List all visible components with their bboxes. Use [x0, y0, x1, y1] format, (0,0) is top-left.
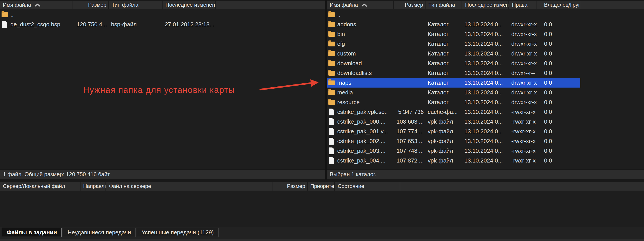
remote-file-row[interactable]: cstrike_pak_001.v... 107 774 ... vpk-фай… — [327, 126, 580, 136]
queue-separator — [0, 180, 644, 182]
file-modified-cell — [462, 10, 509, 20]
remote-file-row[interactable]: cstrike_pak_004.... 107 872 ... vpk-файл… — [327, 156, 580, 166]
queue-column-state[interactable]: Состояние — [335, 182, 400, 190]
sort-ascending-chevron-up-icon — [34, 3, 40, 7]
local-file-row[interactable]: .. — [0, 10, 216, 20]
file-name-cell: media — [327, 88, 394, 97]
file-modified-cell: 13.10.2024 0... — [462, 126, 509, 136]
file-size-cell: 108 603 ... — [394, 117, 426, 126]
file-name-cell: cfg — [327, 39, 394, 49]
file-permissions-cell: -rwxr-xr-x — [509, 146, 537, 156]
queue-tab[interactable]: Файлы в задании — [2, 228, 62, 237]
remote-file-row[interactable]: bin Каталог 13.10.2024 0... drwxr-xr-x 0… — [327, 29, 580, 39]
file-permissions-cell: drwxr-xr-x — [509, 29, 537, 39]
remote-file-row[interactable]: cstrike_pak_000.... 108 603 ... vpk-файл… — [327, 117, 580, 126]
queue-column-size[interactable]: Размер — [272, 182, 308, 190]
remote-file-row[interactable]: download Каталог 13.10.2024 0... drwxr-x… — [327, 58, 580, 68]
file-name-cell: cstrike_pak_004.... — [327, 156, 394, 166]
file-size-cell: 120 750 4... — [73, 20, 109, 29]
file-owner-cell: 0 0 — [537, 126, 580, 136]
file-owner-cell: 0 0 — [537, 97, 580, 107]
file-name-cell: resource — [327, 97, 394, 107]
remote-file-row[interactable]: custom Каталог 13.10.2024 0... drwxr-xr-… — [327, 49, 580, 58]
file-permissions-cell: drwxr-xr-x — [509, 97, 537, 107]
file-size-cell: 107 653 ... — [394, 136, 426, 146]
folder-icon — [328, 42, 335, 46]
remote-column-header-name[interactable]: Имя файла — [327, 1, 394, 9]
file-type-cell: Каталог — [426, 39, 462, 49]
queue-column-remote-file[interactable]: Файл на сервере — [106, 182, 272, 190]
file-permissions-cell: -rwxr-xr-x — [509, 107, 537, 117]
file-permissions-cell: drwxr-xr-x — [509, 20, 537, 29]
local-column-header-filler — [216, 1, 325, 9]
file-type-cell: Каталог — [426, 78, 462, 88]
remote-column-header-size[interactable]: Размер — [394, 1, 426, 9]
remote-file-row[interactable]: cstrike_pak_003.... 107 748 ... vpk-файл… — [327, 146, 580, 156]
remote-file-row[interactable]: resource Каталог 13.10.2024 0... drwxr-x… — [327, 97, 580, 107]
queue-tab[interactable]: Успешные передачи (1129) — [137, 228, 218, 237]
file-icon — [329, 128, 334, 135]
file-permissions-cell: drwxr-xr-x — [509, 88, 537, 97]
remote-column-header-type[interactable]: Тип файла — [426, 1, 462, 9]
file-size-cell — [394, 68, 426, 78]
file-name-cell: .. — [327, 10, 394, 20]
remote-file-row[interactable]: maps Каталог 13.10.2024 0... drwxr-xr-x … — [327, 78, 580, 88]
folder-icon — [328, 90, 335, 95]
file-size-cell: 107 748 ... — [394, 146, 426, 156]
remote-file-row[interactable]: addons Каталог 13.10.2024 0... drwxr-xr-… — [327, 20, 580, 29]
file-modified-cell: 13.10.2024 0... — [462, 20, 509, 29]
file-modified-cell — [162, 10, 216, 20]
remote-column-header-filler — [580, 1, 644, 9]
file-permissions-cell: -rwxr-xr-x — [509, 156, 537, 166]
file-owner-cell: 0 0 — [537, 58, 580, 68]
panel-splitter[interactable] — [325, 0, 327, 169]
file-type-cell: Каталог — [426, 29, 462, 39]
file-size-cell — [394, 78, 426, 88]
file-type-cell: vpk-файл — [426, 136, 462, 146]
file-permissions-cell: -rwxr-xr-x — [509, 136, 537, 146]
queue-tab[interactable]: Неудавшиеся передачи — [62, 228, 136, 237]
file-size-cell — [394, 58, 426, 68]
queue-column-priority[interactable]: Приорите — [308, 182, 335, 190]
file-type-cell: Каталог — [426, 68, 462, 78]
column-label: Имя файла — [3, 2, 31, 8]
file-icon — [329, 138, 334, 144]
remote-file-row[interactable]: .. — [327, 10, 580, 20]
file-owner-cell: 0 0 — [537, 49, 580, 58]
remote-file-row[interactable]: media Каталог 13.10.2024 0... drwxr-xr-x… — [327, 88, 580, 97]
queue-column-local-file[interactable]: Сервер/Локальный файл — [0, 182, 80, 190]
file-type-cell: cache-фа... — [426, 107, 462, 117]
folder-icon — [328, 32, 335, 37]
file-name-cell: cstrike_pak_000.... — [327, 117, 394, 126]
file-modified-cell: 13.10.2024 0... — [462, 49, 509, 58]
file-modified-cell: 13.10.2024 0... — [462, 146, 509, 156]
file-permissions-cell: -rwxr-xr-x — [509, 126, 537, 136]
remote-column-header-modified[interactable]: Последнее измен — [462, 1, 509, 9]
file-name-cell: cstrike_pak_002.... — [327, 136, 394, 146]
queue-column-direction[interactable]: Направле — [80, 182, 106, 190]
file-icon — [329, 148, 334, 154]
remote-file-list: .. addons Каталог 13.10.2024 0... drwxr-… — [327, 9, 644, 169]
file-size-cell — [394, 29, 426, 39]
local-column-header-type[interactable]: Тип файла — [109, 1, 162, 9]
remote-file-row[interactable]: cstrike_pak_002.... 107 653 ... vpk-файл… — [327, 136, 580, 146]
file-modified-cell: 13.10.2024 0... — [462, 29, 509, 39]
remote-column-header-owner[interactable]: Владелец/Груп — [537, 1, 580, 9]
remote-file-row[interactable]: cstrike_pak.vpk.so.. 5 347 736 cache-фа.… — [327, 107, 580, 117]
local-column-header-size[interactable]: Размер — [73, 1, 109, 9]
queue-tabs: Файлы в задании Неудавшиеся передачи Усп… — [0, 227, 644, 239]
file-permissions-cell: drwxr--r-- — [509, 68, 537, 78]
remote-file-row[interactable]: downloadlists Каталог 13.10.2024 0... dr… — [327, 68, 580, 78]
remote-column-header-permissions[interactable]: Права — [509, 1, 537, 9]
file-permissions-cell: -rwxr-xr-x — [509, 117, 537, 126]
folder-icon — [328, 12, 335, 17]
remote-file-row[interactable]: cfg Каталог 13.10.2024 0... drwxr-xr-x 0… — [327, 39, 580, 49]
file-icon — [329, 108, 334, 116]
local-column-header-modified[interactable]: Последнее изменени — [162, 1, 216, 9]
local-column-header-name[interactable]: Имя файла — [0, 1, 73, 9]
file-icon — [2, 21, 7, 28]
local-file-row[interactable]: de_dust2_csgo.bsp 120 750 4... bsp-файл … — [0, 20, 216, 29]
file-name-cell: bin — [327, 29, 394, 39]
file-modified-cell: 13.10.2024 0... — [462, 88, 509, 97]
queue-list-empty[interactable] — [0, 190, 644, 227]
